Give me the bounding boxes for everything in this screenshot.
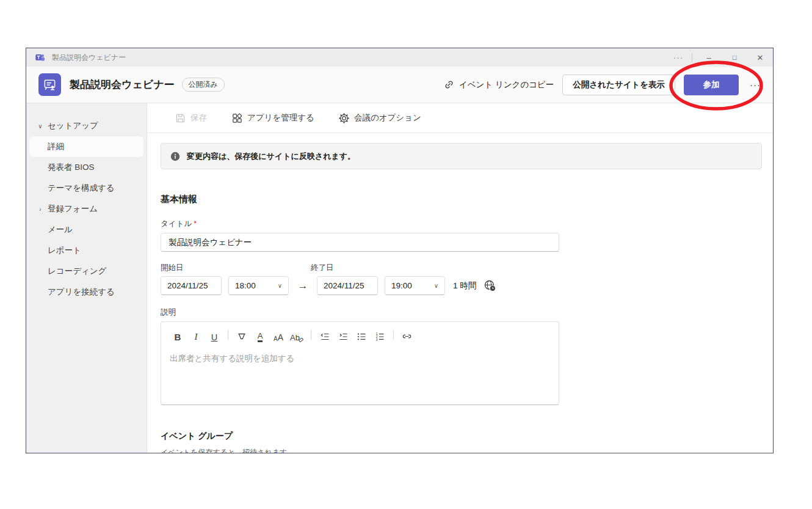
chevron-down-icon: ∨ (278, 282, 282, 289)
font-color-icon[interactable]: A (252, 328, 268, 342)
title-label: タイトル* (161, 219, 762, 229)
editor-divider (311, 330, 311, 340)
required-asterisk: * (194, 219, 197, 228)
svg-text:3: 3 (375, 338, 377, 342)
page-title: 製品説明会ウェビナー (70, 78, 175, 92)
sidebar-item-mail[interactable]: メール (29, 219, 143, 240)
window-controls: ··· – □ ✕ (666, 48, 773, 67)
titlebar-divider (692, 53, 692, 62)
titlebar: 製品説明会ウェビナー ··· – □ ✕ (26, 48, 773, 67)
teams-logo-icon (35, 53, 45, 63)
copy-event-link-button[interactable]: イベント リンクのコピー (443, 79, 554, 90)
chevron-down-icon: ∨ (434, 282, 438, 289)
form-scroll-area: 変更内容は、保存後にサイトに反映されます。 基本情報 タイトル* 開始日 終了日 (147, 133, 773, 453)
event-header: 製品説明会ウェビナー 公開済み イベント リンクのコピー 公開されたサイトを表示… (26, 67, 773, 103)
sidebar-item-presenter-bios[interactable]: 発表者 BIOS (29, 157, 143, 178)
end-date-input[interactable] (317, 276, 378, 295)
bold-icon[interactable]: B (170, 328, 186, 342)
save-icon (175, 113, 186, 123)
italic-icon[interactable]: I (188, 328, 204, 342)
link-icon (443, 79, 455, 90)
webinar-app-icon (38, 73, 61, 96)
main-content: 保存 アプリを管理する (147, 103, 773, 453)
copy-event-link-label: イベント リンクのコピー (459, 79, 554, 90)
highlight-icon[interactable] (234, 328, 250, 342)
duration-text: 1 時間 (453, 280, 476, 291)
description-placeholder[interactable]: 出席者と共有する説明を追加する (161, 343, 559, 396)
sidebar-item-setup[interactable]: ∨ セットアップ (29, 115, 143, 136)
section-title-basic-info: 基本情報 (161, 194, 762, 205)
outdent-icon[interactable] (317, 328, 333, 342)
info-icon (170, 151, 181, 162)
title-input[interactable] (161, 233, 559, 252)
teams-window: 製品説明会ウェビナー ··· – □ ✕ 製品説明会ウェビナー (26, 48, 774, 453)
timezone-globe-clock-icon[interactable] (484, 279, 496, 292)
header-actions: イベント リンクのコピー 公開されたサイトを表示 参加 ··· (443, 75, 763, 95)
titlebar-more-button[interactable]: ··· (666, 48, 691, 67)
chevron-down-icon: ∨ (34, 123, 46, 130)
event-group-title: イベント グループ (161, 431, 762, 442)
maximize-button[interactable]: □ (722, 48, 747, 67)
date-labels: 開始日 終了日 (161, 263, 559, 273)
chevron-right-icon: › (34, 206, 46, 213)
clear-format-icon[interactable]: Ab (289, 328, 305, 342)
sidebar-item-details[interactable]: 詳細 (29, 136, 143, 157)
content-toolbar: 保存 アプリを管理する (147, 103, 773, 133)
editor-divider (228, 330, 228, 340)
sidebar-item-report[interactable]: レポート (29, 240, 143, 261)
numbered-list-icon[interactable]: 1 2 3 (372, 328, 388, 342)
event-group-subtitle: イベントを保存すると、招待されます。 (161, 447, 762, 453)
end-date-label: 終了日 (311, 263, 334, 273)
editor-divider (393, 330, 394, 340)
minimize-button[interactable]: – (696, 48, 722, 67)
start-date-input[interactable] (161, 276, 222, 295)
gear-icon (339, 113, 349, 123)
banner-text: 変更内容は、保存後にサイトに反映されます。 (187, 151, 355, 162)
end-time-select[interactable]: 19:00 ∨ (385, 276, 445, 295)
close-button[interactable]: ✕ (747, 48, 773, 67)
description-editor: B I U A (161, 321, 559, 405)
indent-icon[interactable] (335, 328, 351, 342)
date-row: 18:00 ∨ → 19:00 ∨ 1 時間 (161, 276, 559, 295)
sidebar-item-registration-form[interactable]: › 登録フォーム (29, 199, 143, 219)
start-date-label: 開始日 (161, 263, 184, 273)
window-title: 製品説明会ウェビナー (52, 53, 126, 63)
editor-toolbar: B I U A (161, 322, 559, 343)
underline-icon[interactable]: U (206, 328, 222, 342)
published-badge: 公開済み (182, 78, 225, 92)
header-more-button[interactable]: ··· (747, 76, 763, 93)
description-label: 説明 (161, 307, 762, 318)
bullet-list-icon[interactable] (353, 328, 369, 342)
view-published-site-button[interactable]: 公開されたサイトを表示 (562, 75, 675, 95)
join-button[interactable]: 参加 (684, 75, 739, 95)
sidebar-item-configure-theme[interactable]: テーマを構成する (29, 178, 143, 199)
arrow-right-icon: → (289, 280, 317, 292)
save-button[interactable]: 保存 (168, 109, 214, 127)
info-banner: 変更内容は、保存後にサイトに反映されます。 (161, 143, 762, 169)
font-size-icon[interactable]: AA (270, 328, 286, 342)
manage-apps-button[interactable]: アプリを管理する (224, 109, 322, 127)
sidebar: ∨ セットアップ 詳細 発表者 BIOS テーマを構成する › 登録フォーム メ (26, 103, 147, 453)
page: 製品説明会ウェビナー ··· – □ ✕ 製品説明会ウェビナー (0, 0, 812, 509)
insert-link-icon[interactable] (399, 328, 415, 342)
start-time-select[interactable]: 18:00 ∨ (228, 276, 289, 295)
meeting-options-button[interactable]: 会議のオプション (332, 109, 429, 127)
window-body: ∨ セットアップ 詳細 発表者 BIOS テーマを構成する › 登録フォーム メ (26, 103, 773, 453)
apps-icon (231, 112, 242, 123)
sidebar-item-connect-apps[interactable]: アプリを接続する (29, 282, 143, 302)
sidebar-item-recording[interactable]: レコーディング (29, 261, 143, 282)
